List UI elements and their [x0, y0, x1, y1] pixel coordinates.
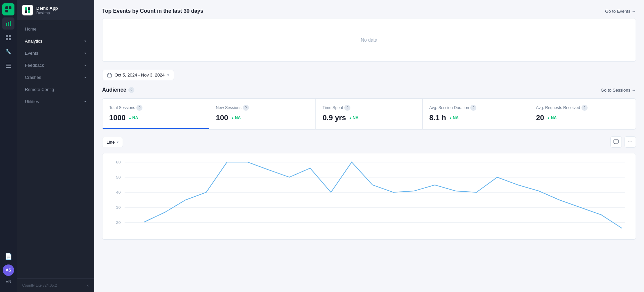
user-avatar[interactable]: AS — [3, 264, 14, 276]
line-chart: 60 50 40 30 20 — [109, 159, 629, 233]
svg-text:🔧: 🔧 — [5, 49, 11, 55]
stat-card-total-sessions[interactable]: Total Sessions ? 1000 ▲ NA — [102, 99, 209, 129]
collapse-sidebar-button[interactable]: ‹ — [87, 283, 89, 288]
chart-comment-button[interactable] — [610, 136, 622, 148]
total-sessions-label: Total Sessions ? — [109, 105, 202, 111]
time-spent-value: 0.9 yrs ▲ NA — [323, 113, 416, 122]
chart-type-label: Line — [106, 140, 115, 145]
utilities-chevron: ▾ — [84, 100, 86, 103]
audience-title: Audience — [102, 87, 126, 93]
version-text: Countly Lite v24.05.2 — [22, 283, 57, 287]
avg-requests-help[interactable]: ? — [582, 105, 588, 111]
svg-rect-1 — [9, 6, 11, 9]
chart-more-options-button[interactable]: ··· — [625, 136, 636, 148]
date-range-picker[interactable]: Oct 5, 2024 - Nov 3, 2024 ▾ — [102, 70, 174, 80]
calendar-icon — [107, 73, 112, 78]
avg-session-duration-help[interactable]: ? — [470, 105, 476, 111]
sidebar-item-feedback[interactable]: Feedback ▾ — [19, 59, 91, 71]
sidebar-crashes-label: Crashes — [25, 75, 41, 80]
new-sessions-help[interactable]: ? — [243, 105, 249, 111]
language-button[interactable]: EN — [4, 278, 13, 285]
total-sessions-change: ▲ NA — [128, 115, 138, 120]
svg-rect-6 — [10, 21, 11, 26]
new-sessions-value: 100 ▲ NA — [216, 113, 309, 122]
top-events-no-data: No data — [102, 18, 636, 62]
main-sidebar: Demo App Desktop Home Analytics ▾ Events… — [17, 0, 94, 292]
sidebar-feedback-label: Feedback — [25, 63, 44, 68]
sidebar-home-label: Home — [25, 27, 37, 32]
svg-rect-0 — [5, 6, 8, 9]
chart-type-chevron: ▾ — [117, 140, 119, 144]
chart-container: 60 50 40 30 20 — [102, 153, 636, 240]
svg-rect-16 — [28, 7, 30, 10]
date-range-text: Oct 5, 2024 - Nov 3, 2024 — [115, 72, 165, 78]
svg-rect-14 — [6, 67, 11, 68]
time-spent-help[interactable]: ? — [344, 105, 350, 111]
app-selector[interactable]: Demo App Desktop — [17, 0, 94, 20]
svg-rect-5 — [8, 22, 9, 26]
total-sessions-value: 1000 ▲ NA — [109, 113, 202, 122]
app-info: Demo App Desktop — [36, 6, 58, 15]
svg-rect-18 — [28, 10, 30, 13]
avg-session-duration-label: Avg. Session Duration ? — [429, 105, 522, 111]
stat-card-time-spent[interactable]: Time Spent ? 0.9 yrs ▲ NA — [316, 99, 423, 129]
chart-actions: ··· — [610, 136, 636, 148]
sidebar-item-remote-config[interactable]: Remote Config — [19, 84, 91, 95]
stat-card-avg-session-duration[interactable]: Avg. Session Duration ? 8.1 h ▲ NA — [423, 99, 529, 129]
svg-rect-17 — [25, 10, 27, 13]
sidebar-item-analytics[interactable]: Analytics ▾ — [19, 35, 91, 47]
logo-icon[interactable] — [2, 3, 14, 15]
feedback-chevron: ▾ — [84, 63, 86, 67]
sidebar-events-label: Events — [25, 51, 38, 56]
stats-row: Total Sessions ? 1000 ▲ NA New Sessions … — [102, 98, 636, 130]
analytics-chevron: ▾ — [84, 39, 86, 43]
top-events-title: Top Events by Count in the last 30 days — [102, 8, 203, 14]
chart-type-selector[interactable]: Line ▾ — [102, 137, 123, 147]
sidebar-item-home[interactable]: Home — [19, 23, 91, 35]
sidebar-item-utilities[interactable]: Utilities ▾ — [19, 96, 91, 107]
svg-text:20: 20 — [116, 221, 121, 225]
audience-help-icon[interactable]: ? — [128, 87, 134, 93]
stat-card-avg-requests[interactable]: Avg. Requests Received ? 20 ▲ NA — [529, 99, 636, 129]
avg-session-duration-value: 8.1 h ▲ NA — [429, 113, 522, 122]
crashes-chevron: ▾ — [84, 76, 86, 79]
svg-rect-2 — [5, 10, 8, 12]
svg-rect-3 — [9, 10, 11, 12]
grid-icon[interactable] — [2, 32, 14, 44]
icon-sidebar: 🔧 📄 AS EN — [0, 0, 17, 292]
svg-rect-10 — [9, 38, 11, 40]
go-to-sessions-link[interactable]: Go to Sessions → — [601, 88, 636, 93]
wrench-icon[interactable]: 🔧 — [2, 46, 14, 58]
svg-rect-7 — [6, 35, 8, 37]
total-sessions-help[interactable]: ? — [136, 105, 142, 111]
avg-session-duration-change: ▲ NA — [449, 115, 459, 120]
bar-chart-icon[interactable] — [2, 17, 14, 30]
svg-rect-4 — [6, 23, 7, 26]
sidebar-utilities-label: Utilities — [25, 99, 39, 104]
svg-text:30: 30 — [116, 205, 121, 210]
help-doc-icon[interactable]: 📄 — [2, 250, 14, 262]
svg-text:40: 40 — [116, 190, 121, 195]
avg-requests-value: 20 ▲ NA — [536, 113, 629, 122]
audience-header: Audience ? Go to Sessions → — [102, 87, 636, 93]
avg-requests-change: ▲ NA — [547, 115, 557, 120]
top-events-header: Top Events by Count in the last 30 days … — [102, 8, 636, 14]
date-picker-chevron: ▾ — [167, 73, 169, 77]
go-to-events-link[interactable]: Go to Events → — [605, 9, 636, 14]
svg-rect-15 — [25, 7, 27, 10]
svg-text:50: 50 — [116, 175, 121, 180]
audience-title-group: Audience ? — [102, 87, 134, 93]
svg-rect-13 — [6, 65, 11, 66]
svg-rect-23 — [614, 140, 618, 143]
sidebar-analytics-label: Analytics — [25, 39, 42, 44]
sidebar-item-events[interactable]: Events ▾ — [19, 47, 91, 59]
sidebar-item-crashes[interactable]: Crashes ▾ — [19, 71, 91, 83]
list-icon[interactable] — [2, 60, 14, 72]
app-name: Demo App — [36, 6, 58, 11]
stat-card-new-sessions[interactable]: New Sessions ? 100 ▲ NA — [209, 99, 316, 129]
app-platform: Desktop — [36, 11, 58, 15]
svg-rect-19 — [108, 74, 112, 77]
avg-requests-label: Avg. Requests Received ? — [536, 105, 629, 111]
sidebar-remote-config-label: Remote Config — [25, 87, 54, 92]
svg-rect-12 — [6, 64, 11, 64]
